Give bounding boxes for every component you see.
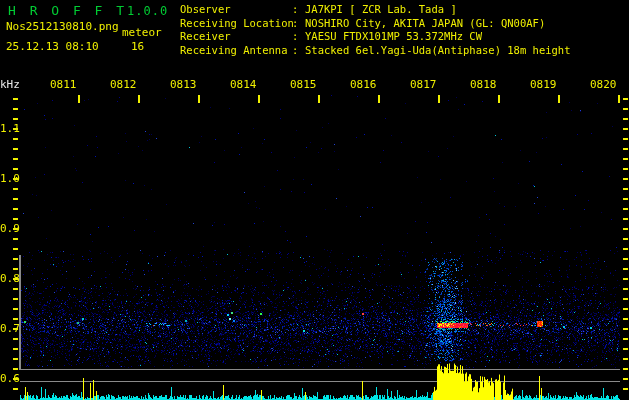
axis-tick-mark	[13, 218, 18, 220]
time-tick-label: 0816	[350, 78, 377, 91]
axis-tick-mark	[623, 98, 628, 100]
station-info-value: YAESU FTDX101MP 53.372MHz CW	[305, 30, 482, 44]
axis-tick-mark	[623, 168, 628, 170]
axis-tick-mark	[13, 358, 18, 360]
axis-tick-mark	[623, 198, 628, 200]
axis-tick-mark	[78, 95, 80, 103]
axis-tick-mark	[13, 328, 18, 330]
station-info-value: JA7KPI [ ZCR Lab. Tada ]	[305, 3, 457, 17]
app-version: 1.0.0	[127, 4, 168, 18]
axis-tick-mark	[623, 118, 628, 120]
axis-tick-mark	[13, 168, 18, 170]
axis-tick-mark	[623, 388, 628, 390]
axis-tick-mark	[13, 208, 18, 210]
station-info-label: Receiving Location	[180, 17, 292, 31]
axis-tick-mark	[558, 95, 560, 103]
axis-tick-mark	[198, 95, 200, 103]
axis-tick-mark	[13, 148, 18, 150]
axis-tick-mark	[13, 298, 18, 300]
time-tick-label: 0813	[170, 78, 197, 91]
axis-tick-mark	[623, 298, 628, 300]
axis-tick-mark	[623, 268, 628, 270]
time-tick-label: 0820	[590, 78, 617, 91]
freq-tick-label: 0.8	[0, 272, 14, 285]
axis-tick-mark	[623, 108, 628, 110]
axis-tick-mark	[13, 378, 18, 380]
axis-tick-mark	[13, 188, 18, 190]
freq-tick-label: 0.7	[0, 322, 14, 335]
axis-tick-mark	[623, 128, 628, 130]
axis-tick-mark	[13, 318, 18, 320]
station-info-value: Stacked 6el.Yagi-Uda(Antiphase) 18m heig…	[305, 44, 571, 58]
freq-tick-label: 1.1	[0, 122, 14, 135]
station-info-block: Observer:JA7KPI [ ZCR Lab. Tada ]Receivi…	[180, 3, 571, 57]
axis-tick-mark	[258, 95, 260, 103]
axis-tick-mark	[623, 158, 628, 160]
axis-tick-mark	[618, 95, 620, 103]
axis-tick-mark	[623, 318, 628, 320]
time-tick-label: 0814	[230, 78, 257, 91]
app-title: H R O F F T	[8, 3, 127, 18]
time-tick-label: 0818	[470, 78, 497, 91]
time-tick-label: 0812	[110, 78, 137, 91]
axis-tick-mark	[13, 348, 18, 350]
output-filename: Nos2512130810.png	[6, 20, 119, 33]
station-info-row: Receiver:YAESU FTDX101MP 53.372MHz CW	[180, 30, 571, 44]
freq-tick-label: 0.9	[0, 222, 14, 235]
observation-mode: meteor	[122, 26, 162, 39]
axis-tick-mark	[623, 378, 628, 380]
freq-unit-label: kHz	[0, 78, 20, 91]
axis-tick-mark	[13, 158, 18, 160]
axis-tick-mark	[623, 368, 628, 370]
axis-tick-mark	[623, 328, 628, 330]
hrofft-spectrogram-page: H R O F F T 1.0.0 Nos2512130810.png mete…	[0, 0, 629, 400]
axis-tick-mark	[438, 95, 440, 103]
axis-tick-mark	[318, 95, 320, 103]
axis-tick-mark	[623, 178, 628, 180]
station-info-row: Observer:JA7KPI [ ZCR Lab. Tada ]	[180, 3, 571, 17]
axis-tick-mark	[13, 138, 18, 140]
freq-tick-label: 0.6	[0, 372, 14, 385]
label-separator: :	[292, 3, 305, 17]
label-separator: :	[292, 30, 305, 44]
spectrogram-canvas	[0, 0, 629, 400]
axis-tick-mark	[623, 148, 628, 150]
echo-count: 16	[131, 40, 144, 53]
axis-tick-mark	[13, 128, 18, 130]
axis-tick-mark	[623, 248, 628, 250]
label-separator: :	[292, 17, 305, 31]
axis-tick-mark	[623, 258, 628, 260]
axis-tick-mark	[13, 368, 18, 370]
axis-tick-mark	[13, 338, 18, 340]
freq-tick-label: 1.0	[0, 172, 14, 185]
station-info-label: Observer	[180, 3, 292, 17]
axis-tick-mark	[498, 95, 500, 103]
plot-frame-left-border	[19, 255, 21, 370]
axis-tick-mark	[138, 95, 140, 103]
axis-tick-mark	[13, 248, 18, 250]
axis-tick-mark	[623, 218, 628, 220]
station-info-row: Receiving Antenna:Stacked 6el.Yagi-Uda(A…	[180, 44, 571, 58]
time-tick-label: 0819	[530, 78, 557, 91]
axis-tick-mark	[623, 208, 628, 210]
axis-tick-mark	[13, 278, 18, 280]
axis-tick-mark	[13, 228, 18, 230]
station-info-label: Receiver	[180, 30, 292, 44]
axis-tick-mark	[623, 288, 628, 290]
axis-tick-mark	[13, 268, 18, 270]
axis-tick-mark	[623, 238, 628, 240]
axis-tick-mark	[13, 178, 18, 180]
axis-tick-mark	[378, 95, 380, 103]
axis-tick-mark	[13, 388, 18, 390]
station-info-value: NOSHIRO City, AKITA JAPAN (GL: QN00AF)	[305, 17, 545, 31]
axis-tick-mark	[13, 98, 18, 100]
axis-tick-mark	[13, 118, 18, 120]
axis-tick-mark	[13, 108, 18, 110]
axis-tick-mark	[623, 188, 628, 190]
observation-datetime: 25.12.13 08:10	[6, 40, 99, 53]
axis-tick-mark	[13, 238, 18, 240]
axis-tick-mark	[13, 308, 18, 310]
time-tick-label: 0817	[410, 78, 437, 91]
axis-tick-mark	[13, 258, 18, 260]
time-tick-label: 0811	[50, 78, 77, 91]
